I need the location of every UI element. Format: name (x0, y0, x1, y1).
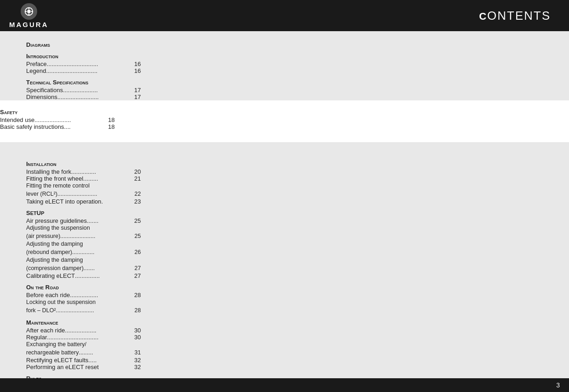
list-item: Locking out the suspension fork – DLO² .… (26, 298, 141, 315)
list-item: Legend ............................... 1… (26, 67, 141, 74)
entry-text: Specifications (26, 87, 63, 94)
entry-text: Intended use (0, 116, 34, 123)
entry-text: Before each ride (26, 292, 70, 298)
page-number: 3 (556, 381, 560, 389)
list-item: Adjusting the damping (compression dampe… (26, 256, 141, 272)
entry-text: Legend (26, 67, 46, 74)
list-item: Fitting the front wheel ......... 21 (26, 175, 141, 182)
list-item: Exchanging the battery/ rechargeable bat… (26, 341, 141, 357)
page-num: 32 (134, 357, 141, 364)
page-num: 30 (134, 334, 141, 341)
diagrams-heading: Diagrams (26, 41, 543, 48)
entry-text: Taking eLECT into operation. (26, 198, 103, 205)
list-item: Preface ............................... … (26, 61, 141, 67)
dots (99, 217, 134, 224)
page-num: 18 (108, 123, 115, 130)
page-num: 16 (134, 67, 141, 74)
dots (99, 364, 134, 370)
header-bar: MAGURA CONTENTS (0, 0, 569, 31)
list-item: Installing the fork ............... 20 (26, 168, 141, 175)
entry-text: Adjusting the suspension (26, 225, 90, 231)
dots: ......................... (57, 94, 134, 100)
entry-text: Dimensions (26, 94, 57, 100)
gray-gap (0, 142, 569, 151)
page-num: 17 (134, 94, 141, 100)
dots: ................. (70, 292, 134, 298)
entry-line: (compression damper) ....... 27 (26, 265, 141, 273)
list-item: Air pressure guidelines....... 25 (26, 217, 141, 224)
entry-text: Locking out the suspension (26, 299, 96, 305)
entry-text: Rectifying eLECT faults (26, 357, 89, 364)
dots: ............... (71, 168, 134, 175)
dots: ............................... (46, 67, 134, 74)
list-item: Before each ride ................. 28 (26, 292, 141, 298)
tech-specs-heading: Technical Specifications (26, 79, 543, 86)
list-item: Taking eLECT into operation. 23 (26, 198, 141, 205)
dots (103, 198, 134, 205)
list-item: After each ride ................... 30 (26, 327, 141, 334)
dots: ......................... (57, 190, 134, 199)
dots: .... (64, 123, 108, 130)
entry-text: Fitting the remote control (26, 182, 89, 189)
footer-bar: 3 (0, 378, 569, 392)
dots: .............. (72, 248, 134, 257)
entry-line: rechargeable battery ......... 31 (26, 349, 141, 357)
list-item: Fitting the remote control lever (RCL²) … (26, 182, 141, 198)
logo-area: MAGURA (9, 3, 49, 28)
page-num: 27 (134, 272, 141, 279)
page-num: 16 (134, 61, 141, 67)
page-num: 17 (134, 87, 141, 94)
list-item: Regular ............................... … (26, 334, 141, 341)
page-num: 25 (134, 232, 141, 241)
svg-point-1 (27, 10, 30, 13)
entry-text: lever (RCL²) (26, 190, 57, 199)
header-title: CONTENTS (479, 9, 551, 23)
page-num: 22 (134, 190, 141, 199)
dots: ......... (83, 175, 134, 182)
dots: ...................... (60, 232, 134, 241)
logo-svg (24, 6, 34, 17)
page-num: 32 (134, 364, 141, 370)
entry-text: Adjusting the damping (26, 257, 83, 263)
entry-text: (air pressure) (26, 232, 60, 241)
on-the-road-heading: On the Road (26, 284, 543, 291)
header-title-c: C (479, 11, 487, 22)
header-title-rest: ONTENTS (487, 9, 551, 22)
entry-text: Preface (26, 61, 47, 67)
dots: ................... (65, 327, 134, 334)
entry-text: Regular (26, 334, 47, 341)
page-num: 23 (134, 198, 141, 205)
page-num: 20 (134, 168, 141, 175)
dots: ...................... (34, 116, 108, 123)
list-item: Intended use ...................... 18 (0, 116, 115, 123)
list-item: Rectifying eLECT faults ..... 32 (26, 357, 141, 364)
page-num: 18 (108, 116, 115, 123)
page-num: 28 (134, 307, 141, 315)
entry-line: lever (RCL²) ......................... 2… (26, 190, 141, 199)
page-num: 31 (134, 349, 141, 357)
entry-text: Basic safety instructions (0, 123, 64, 130)
entry-text: Fitting the front wheel (26, 175, 83, 182)
page-num: 26 (134, 248, 141, 257)
entry-text: After each ride (26, 327, 65, 334)
setup-heading: SETUP (26, 210, 543, 216)
dots: ............................... (47, 61, 134, 67)
entry-line: fork – DLO² ........................ 28 (26, 307, 141, 315)
page-num: 27 (134, 265, 141, 273)
dots: ..................... (63, 87, 134, 94)
list-item: Basic safety instructions .... 18 (0, 123, 115, 130)
installation-heading: Installation (26, 160, 543, 167)
page-num: 25 (134, 217, 141, 224)
dots: ..... (89, 357, 134, 364)
introduction-heading: Introduction (26, 53, 543, 60)
page-num: 30 (134, 327, 141, 334)
safety-heading: Safety (0, 109, 569, 116)
dots: ............................... (47, 334, 134, 341)
entry-text: Exchanging the battery/ (26, 341, 86, 348)
list-item: Dimensions ......................... 17 (26, 94, 141, 100)
entry-line: (rebound damper) .............. 26 (26, 248, 141, 257)
entry-text: (rebound damper) (26, 248, 72, 257)
page-num: 28 (134, 292, 141, 298)
list-item: Specifications ..................... 17 (26, 87, 141, 94)
magura-logo-icon (21, 3, 37, 20)
